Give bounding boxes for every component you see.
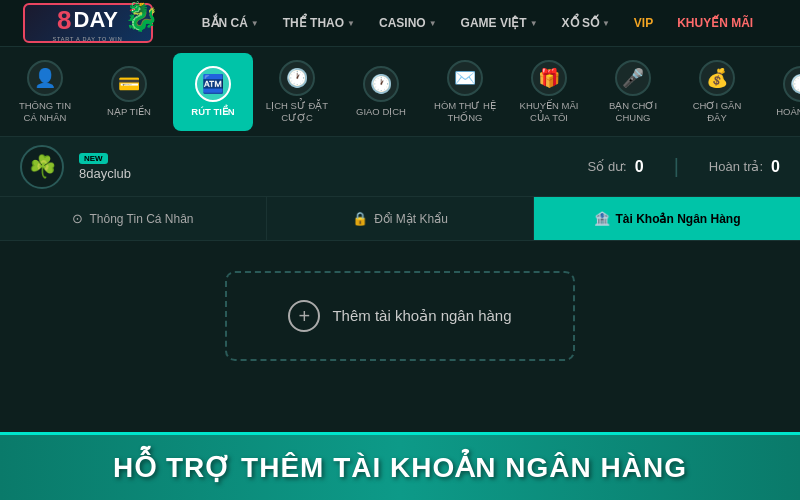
function-tabs: 👤 THÔNG TIN CÁ NHÂN 💳 NẠP TIỀN 🏧 RÚT TIỀ… bbox=[0, 47, 800, 137]
user-icon: 👤 bbox=[27, 60, 63, 96]
logo-area[interactable]: 8 DAY START A DAY TO WIN 🐉 bbox=[10, 0, 165, 47]
recent-icon: 💰 bbox=[699, 60, 735, 96]
bank-icon: 🏦 bbox=[594, 211, 610, 226]
separator: | bbox=[674, 155, 679, 178]
tab-thong-tin[interactable]: 👤 THÔNG TIN CÁ NHÂN bbox=[5, 53, 85, 131]
nav-ban-ca[interactable]: BẮN CÁ ▼ bbox=[192, 12, 269, 34]
chevron-down-icon: ▼ bbox=[251, 19, 259, 28]
top-navigation: 8 DAY START A DAY TO WIN 🐉 BẮN CÁ ▼ THỂ … bbox=[0, 0, 800, 47]
logo-sub: START A DAY TO WIN bbox=[53, 36, 123, 42]
user-badge: NEW bbox=[79, 153, 108, 164]
nav-xo-so[interactable]: XỔ SỐ ▼ bbox=[552, 12, 620, 34]
atm-icon: 🏧 bbox=[195, 66, 231, 102]
lock-icon: 🔒 bbox=[352, 211, 368, 226]
transaction-icon: 🕐 bbox=[363, 66, 399, 102]
tab-ban-choi[interactable]: 🎤 BẠN CHƠI CHUNG bbox=[593, 53, 673, 131]
logo[interactable]: 8 DAY START A DAY TO WIN 🐉 bbox=[23, 3, 153, 43]
tab-nap-tien[interactable]: 💳 NẠP TIỀN bbox=[89, 53, 169, 131]
add-bank-label: Thêm tài khoản ngân hàng bbox=[332, 307, 511, 325]
account-tabs: ⊙ Thông Tin Cá Nhân 🔒 Đổi Mật Khẩu 🏦 Tài… bbox=[0, 197, 800, 241]
user-bar: ☘️ NEW 8dayclub Số dư: 0 | Hoàn trả: 0 bbox=[0, 137, 800, 197]
gift-icon: 🎁 bbox=[531, 60, 567, 96]
balance-item: Số dư: 0 bbox=[588, 155, 644, 178]
chevron-down-icon: ▼ bbox=[429, 19, 437, 28]
balance-area: Số dư: 0 | Hoàn trả: 0 bbox=[588, 155, 780, 178]
tab-choi-gan[interactable]: 💰 CHƠI GÃN ĐÂY bbox=[677, 53, 757, 131]
main-content: + Thêm tài khoản ngân hàng bbox=[0, 241, 800, 381]
tab-rut-tien[interactable]: 🏧 RÚT TIỀN bbox=[173, 53, 253, 131]
mail-icon: ✉️ bbox=[447, 60, 483, 96]
history-icon: 🕐 bbox=[279, 60, 315, 96]
nav-items: BẮN CÁ ▼ THỂ THAO ▼ CASINO ▼ GAME VIỆT ▼… bbox=[165, 12, 790, 34]
tab-doi-mat-khau[interactable]: 🔒 Đổi Mật Khẩu bbox=[267, 197, 534, 240]
add-circle-icon: + bbox=[288, 300, 320, 332]
balance-value: 0 bbox=[635, 158, 644, 176]
balance-label: Số dư: bbox=[588, 159, 627, 174]
nav-casino[interactable]: CASINO ▼ bbox=[369, 12, 447, 34]
avatar: ☘️ bbox=[20, 145, 64, 189]
hoan-tra-value: 0 bbox=[771, 158, 780, 176]
hoan-tra-item: Hoàn trả: 0 bbox=[709, 155, 780, 178]
refund-icon: 🕐 bbox=[783, 66, 800, 102]
tab-tai-khoan-ngan-hang[interactable]: 🏦 Tài Khoản Ngân Hàng bbox=[534, 197, 800, 240]
username: 8dayclub bbox=[79, 166, 131, 181]
tab-lich-su[interactable]: 🕐 LỊCH SỬ ĐẶT CƯỢC bbox=[257, 53, 337, 131]
nav-vip[interactable]: VIP bbox=[624, 12, 663, 34]
chevron-down-icon: ▼ bbox=[530, 19, 538, 28]
add-bank-button[interactable]: + Thêm tài khoản ngân hàng bbox=[225, 271, 575, 361]
tab-hoan-tra[interactable]: 🕐 HOÀN TRẢ bbox=[761, 53, 800, 131]
nav-khuyen-mai[interactable]: KHUYẾN MÃI bbox=[667, 12, 763, 34]
nav-the-thao[interactable]: THỂ THAO ▼ bbox=[273, 12, 365, 34]
tab-giao-dich[interactable]: 🕐 GIAO DỊCH bbox=[341, 53, 421, 131]
banner-text: HỖ TRỢ THÊM TÀI KHOẢN NGÂN HÀNG bbox=[113, 451, 687, 484]
tab-hop-thu[interactable]: ✉️ HÒM THƯ HỆ THỐNG bbox=[425, 53, 505, 131]
chevron-down-icon: ▼ bbox=[347, 19, 355, 28]
hoan-tra-label: Hoàn trả: bbox=[709, 159, 763, 174]
user-circle-icon: ⊙ bbox=[72, 211, 83, 226]
bottom-banner: HỖ TRỢ THÊM TÀI KHOẢN NGÂN HÀNG bbox=[0, 432, 800, 500]
deposit-icon: 💳 bbox=[111, 66, 147, 102]
nav-game-viet[interactable]: GAME VIỆT ▼ bbox=[451, 12, 548, 34]
friend-icon: 🎤 bbox=[615, 60, 651, 96]
tab-khuyen-mai[interactable]: 🎁 KHUYẾN MÃI CỦA TÔI bbox=[509, 53, 589, 131]
user-info: NEW 8dayclub bbox=[79, 153, 131, 181]
chevron-down-icon: ▼ bbox=[602, 19, 610, 28]
tab-thong-tin-ca-nhan[interactable]: ⊙ Thông Tin Cá Nhân bbox=[0, 197, 267, 240]
